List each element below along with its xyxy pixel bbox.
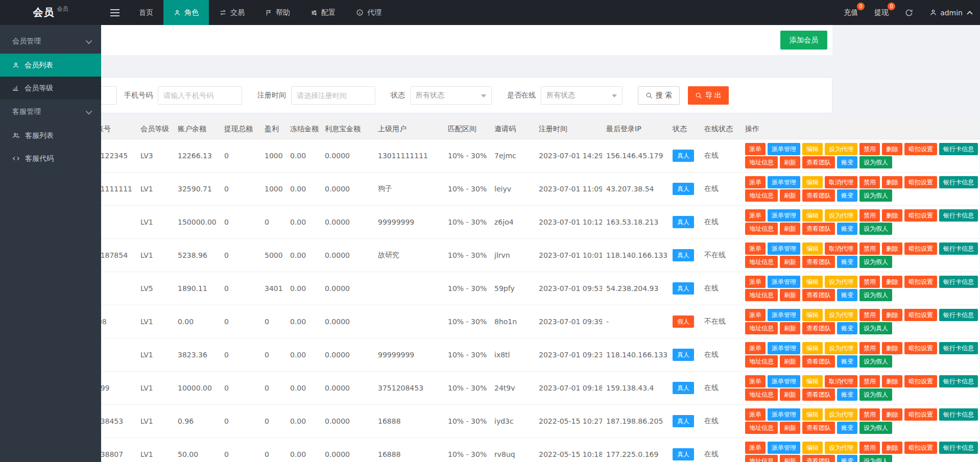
disable-button[interactable]: 禁用 xyxy=(859,276,880,288)
export-button[interactable]: 导 出 xyxy=(688,86,729,105)
bank-card-info-button[interactable]: 银行卡信息 xyxy=(939,342,978,354)
view-team-button[interactable]: 查看团队 xyxy=(802,388,835,401)
search-button[interactable]: 搜 索 xyxy=(638,86,680,105)
dispatch-button[interactable]: 派单 xyxy=(745,176,766,188)
view-team-button[interactable]: 查看团队 xyxy=(802,422,835,434)
address-info-button[interactable]: 地址信息 xyxy=(745,223,778,235)
bank-card-info-button[interactable]: 银行卡信息 xyxy=(939,143,978,155)
bank-card-info-button[interactable]: 银行卡信息 xyxy=(939,408,978,421)
dispatch-button[interactable]: 派单 xyxy=(745,342,766,354)
nav-roles[interactable]: 角色 xyxy=(163,0,209,25)
dispatch-button[interactable]: 派单 xyxy=(745,375,766,387)
address-info-button[interactable]: 地址信息 xyxy=(745,189,778,202)
agent-toggle-button[interactable]: 设为代理 xyxy=(825,408,857,421)
fake-toggle-button[interactable]: 设为假人 xyxy=(859,289,892,301)
balance-change-button[interactable]: 账变 xyxy=(837,256,857,268)
bank-card-info-button[interactable]: 银行卡信息 xyxy=(939,209,978,222)
agent-toggle-button[interactable]: 设为代理 xyxy=(825,209,857,222)
disable-button[interactable]: 禁用 xyxy=(859,375,880,387)
dispatch-manage-button[interactable]: 派单管理 xyxy=(768,408,800,421)
balance-change-button[interactable]: 账变 xyxy=(837,388,857,401)
bank-card-info-button[interactable]: 银行卡信息 xyxy=(939,242,978,255)
hidden-deduct-settings-button[interactable]: 暗扣设置 xyxy=(904,408,937,421)
dispatch-button[interactable]: 派单 xyxy=(745,309,766,321)
hidden-deduct-settings-button[interactable]: 暗扣设置 xyxy=(904,242,937,255)
dispatch-button[interactable]: 派单 xyxy=(745,276,766,288)
address-info-button[interactable]: 地址信息 xyxy=(745,455,778,462)
sidebar-group-service-management[interactable]: 客服管理 xyxy=(0,100,101,124)
delete-button[interactable]: 删除 xyxy=(882,176,902,188)
dispatch-button[interactable]: 派单 xyxy=(745,209,766,222)
address-info-button[interactable]: 地址信息 xyxy=(745,156,778,168)
edit-button[interactable]: 编辑 xyxy=(802,176,823,188)
delete-button[interactable]: 删除 xyxy=(882,209,902,222)
view-team-button[interactable]: 查看团队 xyxy=(802,455,835,462)
fake-toggle-button[interactable]: 设为假人 xyxy=(859,256,892,268)
edit-button[interactable]: 编辑 xyxy=(802,342,823,354)
fake-toggle-button[interactable]: 设为假人 xyxy=(859,355,892,368)
balance-change-button[interactable]: 账变 xyxy=(837,455,857,462)
dispatch-manage-button[interactable]: 派单管理 xyxy=(768,242,800,255)
dispatch-button[interactable]: 派单 xyxy=(745,242,766,255)
disable-button[interactable]: 禁用 xyxy=(859,342,880,354)
delete-button[interactable]: 删除 xyxy=(882,442,902,454)
delete-button[interactable]: 删除 xyxy=(882,276,902,288)
disable-button[interactable]: 禁用 xyxy=(859,309,880,321)
sidebar-item-member-list[interactable]: 会员列表 xyxy=(0,54,101,77)
delete-button[interactable]: 删除 xyxy=(882,309,902,321)
refresh-member-button[interactable]: 刷新 xyxy=(780,189,800,202)
agent-toggle-button[interactable]: 设为代理 xyxy=(825,342,857,354)
refresh-member-button[interactable]: 刷新 xyxy=(780,455,800,462)
address-info-button[interactable]: 地址信息 xyxy=(745,388,778,401)
address-info-button[interactable]: 地址信息 xyxy=(745,289,778,301)
account-input[interactable] xyxy=(101,86,117,105)
hidden-deduct-settings-button[interactable]: 暗扣设置 xyxy=(904,442,937,454)
sidebar-item-member-level[interactable]: 会员等级 xyxy=(0,77,101,100)
edit-button[interactable]: 编辑 xyxy=(802,209,823,222)
edit-button[interactable]: 编辑 xyxy=(802,143,823,155)
refresh-member-button[interactable]: 刷新 xyxy=(780,422,800,434)
delete-button[interactable]: 删除 xyxy=(882,143,902,155)
agent-toggle-button[interactable]: 设为代理 xyxy=(825,309,857,321)
dispatch-button[interactable]: 派单 xyxy=(745,408,766,421)
refresh-member-button[interactable]: 刷新 xyxy=(780,223,800,235)
menu-toggle-button[interactable] xyxy=(101,0,129,25)
hidden-deduct-settings-button[interactable]: 暗扣设置 xyxy=(904,209,937,222)
online-select[interactable]: 所有状态 xyxy=(541,86,623,105)
hidden-deduct-settings-button[interactable]: 暗扣设置 xyxy=(904,176,937,188)
dispatch-manage-button[interactable]: 派单管理 xyxy=(768,442,800,454)
dispatch-button[interactable]: 派单 xyxy=(745,143,766,155)
edit-button[interactable]: 编辑 xyxy=(802,276,823,288)
dispatch-manage-button[interactable]: 派单管理 xyxy=(768,309,800,321)
dispatch-manage-button[interactable]: 派单管理 xyxy=(768,375,800,387)
fake-toggle-button[interactable]: 设为假人 xyxy=(859,189,892,202)
view-team-button[interactable]: 查看团队 xyxy=(802,189,835,202)
refresh-member-button[interactable]: 刷新 xyxy=(780,156,800,168)
regtime-input[interactable] xyxy=(291,86,375,105)
balance-change-button[interactable]: 账变 xyxy=(837,189,857,202)
address-info-button[interactable]: 地址信息 xyxy=(745,355,778,368)
fake-toggle-button[interactable]: 设为假人 xyxy=(859,388,892,401)
agent-toggle-button[interactable]: 设为代理 xyxy=(825,143,857,155)
delete-button[interactable]: 删除 xyxy=(882,242,902,255)
edit-button[interactable]: 编辑 xyxy=(802,442,823,454)
admin-menu[interactable]: admin xyxy=(921,0,980,25)
dispatch-button[interactable]: 派单 xyxy=(745,442,766,454)
hidden-deduct-settings-button[interactable]: 暗扣设置 xyxy=(904,309,937,321)
nav-config[interactable]: 配置 xyxy=(300,0,346,25)
edit-button[interactable]: 编辑 xyxy=(802,309,823,321)
view-team-button[interactable]: 查看团队 xyxy=(802,289,835,301)
balance-change-button[interactable]: 账变 xyxy=(837,223,857,235)
disable-button[interactable]: 禁用 xyxy=(859,143,880,155)
disable-button[interactable]: 禁用 xyxy=(859,408,880,421)
refresh-member-button[interactable]: 刷新 xyxy=(780,388,800,401)
address-info-button[interactable]: 地址信息 xyxy=(745,256,778,268)
dispatch-manage-button[interactable]: 派单管理 xyxy=(768,143,800,155)
add-member-button[interactable]: 添加会员 xyxy=(780,31,827,50)
view-team-button[interactable]: 查看团队 xyxy=(802,256,835,268)
address-info-button[interactable]: 地址信息 xyxy=(745,422,778,434)
refresh-member-button[interactable]: 刷新 xyxy=(780,355,800,368)
bank-card-info-button[interactable]: 银行卡信息 xyxy=(939,276,978,288)
dispatch-manage-button[interactable]: 派单管理 xyxy=(768,176,800,188)
dispatch-manage-button[interactable]: 派单管理 xyxy=(768,342,800,354)
